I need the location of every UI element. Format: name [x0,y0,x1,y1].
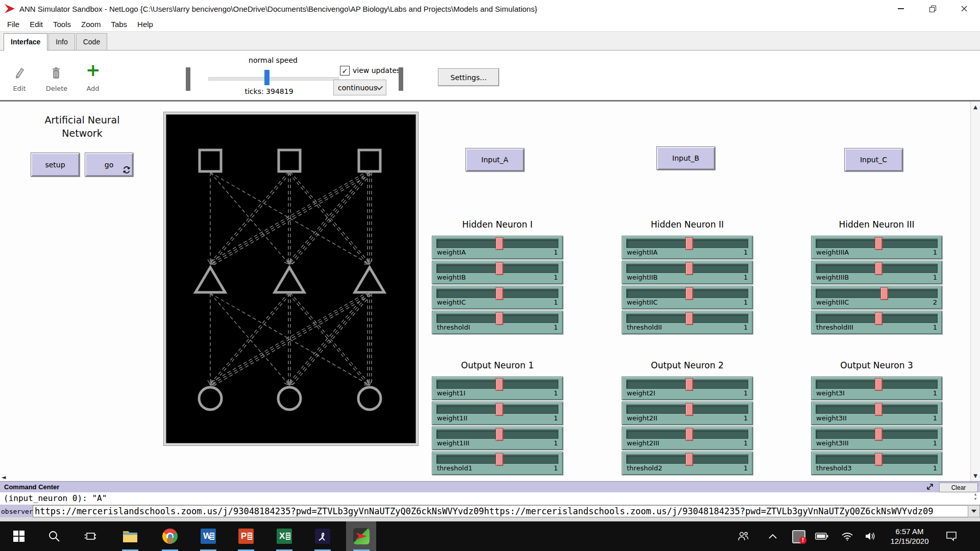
slider-label-row: weight2I1 [627,389,748,397]
slider-track[interactable] [626,264,748,273]
edit-label[interactable]: Edit [8,85,31,92]
taskbar-clock[interactable]: 6:57 AM 12/15/2020 [880,527,939,546]
menu-bar: FileEditToolsZoomTabsHelp [0,17,980,32]
slider-track[interactable] [816,430,938,439]
vertical-scrollbar[interactable]: ▲ ▼ [970,102,980,481]
slider-weightIB: weightIB1 [432,261,563,284]
add-label[interactable]: Add [82,85,104,92]
command-input-field[interactable]: https://mercerislandschools.zoom.us/j/93… [33,505,968,517]
slider-threshold3: threshold31 [811,452,942,475]
file-explorer-icon[interactable] [118,521,142,551]
slider-track[interactable] [626,314,748,323]
close-button[interactable] [948,0,980,17]
menu-tabs[interactable]: Tabs [106,20,132,29]
slider-track[interactable] [436,239,558,248]
scroll-up-icon[interactable]: ▲ [971,102,980,111]
command-center-output[interactable]: (input_neuron 0): "A" ▲▼ [0,492,980,505]
slider-track[interactable] [436,455,558,464]
clear-button[interactable]: Clear [939,483,978,492]
slider-track[interactable] [436,405,558,414]
world-view[interactable] [164,112,418,445]
edit-pencil-icon[interactable] [14,66,25,80]
restore-button[interactable] [917,0,948,17]
slider-track[interactable] [626,380,748,389]
tab-info[interactable]: Info [48,33,75,50]
speed-slider-track[interactable] [208,77,339,81]
slider-weightIC: weightIC1 [432,286,563,309]
speed-slider-handle[interactable] [264,70,270,85]
slider-track[interactable] [816,455,938,464]
add-plus-icon[interactable]: + [86,63,100,77]
input-node-square [200,150,221,171]
settings-button[interactable]: Settings... [438,68,499,86]
netlogo-taskbar-icon[interactable] [346,521,376,551]
view-updates-checkbox[interactable]: ✓ [340,66,350,76]
slider-track[interactable] [816,405,938,414]
command-center-resize-icon[interactable] [926,483,934,491]
minimize-button[interactable] [885,0,917,17]
menu-tools[interactable]: Tools [48,20,76,29]
menu-edit[interactable]: Edit [24,20,48,29]
delete-label[interactable]: Delete [45,85,68,92]
notification-badge-app-icon[interactable]: ! [788,521,809,551]
delete-trash-icon[interactable] [51,66,61,80]
slider-track[interactable] [626,239,748,248]
slider-track[interactable] [816,264,938,273]
update-mode-dropdown[interactable]: continuous [333,80,386,95]
acrobat-icon[interactable] [310,521,335,551]
menu-help[interactable]: Help [132,20,158,29]
go-button[interactable]: go [85,153,133,177]
slider-track[interactable] [436,430,558,439]
search-icon[interactable] [42,521,66,551]
slider-track[interactable] [626,405,748,414]
slider-label-row: threshold11 [437,464,558,472]
battery-icon[interactable] [812,521,832,551]
slider-track[interactable] [816,289,938,298]
volume-icon[interactable] [861,521,881,551]
slider-label-row: weightIIIC2 [816,298,937,306]
word-icon[interactable]: W [196,521,220,551]
tab-strip: InterfaceInfoCode [0,32,980,51]
slider-track[interactable] [436,380,558,389]
slider-track[interactable] [626,455,748,464]
chrome-icon[interactable] [158,521,182,551]
menu-zoom[interactable]: Zoom [76,20,106,29]
slider-value: 1 [933,323,937,331]
task-view-icon[interactable] [79,521,103,551]
people-icon[interactable] [733,521,753,551]
excel-icon[interactable]: X [272,521,297,551]
slider-track[interactable] [436,264,558,273]
view-updates-label: view updates [353,66,400,74]
scroll-down-icon[interactable]: ▼ [971,471,980,480]
action-center-icon[interactable] [940,521,963,551]
profile-photo [167,537,174,544]
menu-file[interactable]: File [2,20,24,29]
input-button-label: Input_B [672,154,699,162]
slider-track[interactable] [816,239,938,248]
slider-label-row: weight2III1 [627,439,748,447]
slider-weightIIC: weightIIC1 [622,286,753,309]
tab-interface[interactable]: Interface [4,33,47,51]
slider-label-row: thresholdI1 [437,323,558,331]
slider-track[interactable] [816,314,938,323]
scroll-left-icon[interactable]: ◄ [2,474,6,481]
button-input_a[interactable]: Input_A [465,148,524,171]
neuron-group-title: Output Neuron 2 [622,360,753,370]
slider-track[interactable] [626,289,748,298]
powerpoint-icon[interactable]: P [234,521,258,551]
output-scrollbar[interactable]: ▲▼ [971,492,979,505]
slider-threshold2: threshold21 [622,452,753,475]
start-button[interactable] [7,521,31,551]
tab-code[interactable]: Code [76,33,107,50]
slider-track[interactable] [436,289,558,298]
slider-track[interactable] [436,314,558,323]
button-input_c[interactable]: Input_C [844,148,903,171]
slider-track[interactable] [816,380,938,389]
command-history-dropdown[interactable] [968,505,980,517]
button-input_b[interactable]: Input_B [656,146,715,170]
slider-label-row: thresholdII1 [627,323,748,331]
wifi-icon[interactable] [837,521,857,551]
slider-track[interactable] [626,430,748,439]
chevron-up-icon[interactable] [764,521,782,551]
setup-button[interactable]: setup [31,153,80,177]
